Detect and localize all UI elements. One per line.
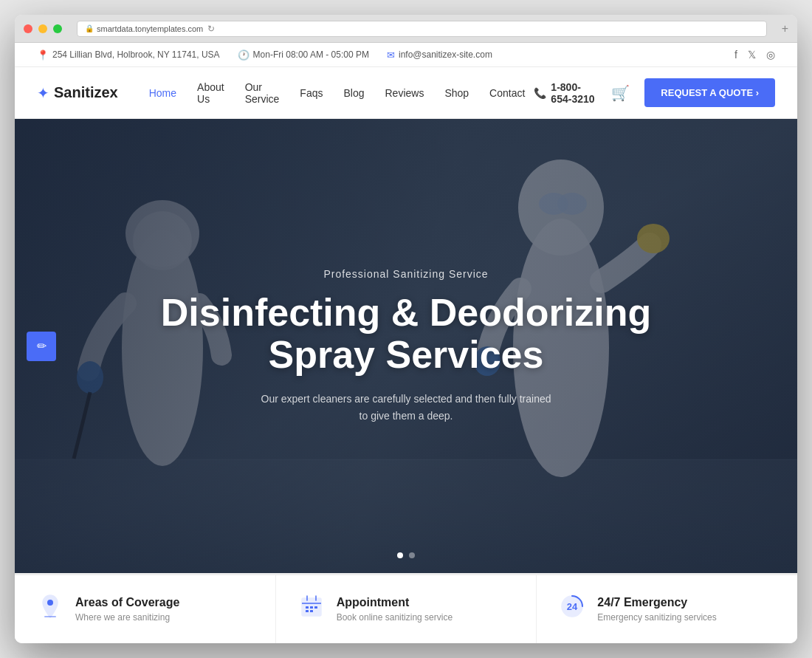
logo-icon: ✦ [37,84,49,102]
maximize-dot[interactable] [53,24,62,33]
email-text: info@sanitizex-site.com [399,49,492,60]
emergency-desc: Emergency sanitizing services [597,612,716,623]
close-dot[interactable] [24,24,32,33]
svg-rect-21 [314,606,317,609]
facebook-icon[interactable]: f [734,49,737,61]
social-links: f 𝕏 ◎ [734,49,775,61]
refresh-icon[interactable]: ↻ [207,24,215,34]
info-card-appointment[interactable]: Appointment Book online sanitizing servi… [276,575,537,643]
hours-item: 🕐 Mon-Fri 08:00 AM - 05:00 PM [238,49,369,61]
browser-titlebar: 🔒 smartdata.tonytemplates.com ↻ + [15,15,797,43]
nav-item-faqs[interactable]: Faqs [291,81,331,105]
edit-button[interactable]: ✏ [27,332,56,361]
url-text: smartdata.tonytemplates.com [97,24,203,33]
nav-item-home[interactable]: Home [140,81,185,105]
nav-item-blog[interactable]: Blog [334,81,373,105]
request-quote-label: REQUEST A QUOTE › [661,87,759,98]
logo[interactable]: ✦ Sanitizex [37,84,118,102]
coverage-icon [37,593,63,626]
nav-menu: Home About Us Our Service Faqs Blog Revi… [140,75,534,111]
phone-number: 1-800-654-3210 [551,81,596,105]
browser-window: 🔒 smartdata.tonytemplates.com ↻ + 📍 254 … [15,15,797,643]
hero-description: Our expert cleaners are carefully select… [258,391,554,424]
navbar: ✦ Sanitizex Home About Us Our Service Fa… [15,67,797,119]
hours-text: Mon-Fri 08:00 AM - 05:00 PM [253,49,369,60]
hero-dots [397,552,415,558]
svg-rect-14 [44,616,56,617]
phone-icon: 📞 [534,87,546,99]
svg-rect-20 [310,606,313,609]
svg-text:24: 24 [567,601,578,612]
appointment-title: Appointment [337,596,453,609]
svg-rect-22 [306,610,309,612]
clock-icon: 🕐 [238,49,250,61]
appointment-desc: Book online sanitizing service [337,612,453,623]
browser-content: 📍 254 Lillian Blvd, Holbrook, NY 11741, … [15,43,797,643]
address-bar[interactable]: 🔒 smartdata.tonytemplates.com ↻ [77,21,767,37]
hero-title: Disinfecting & DeodorizingSpray Services [161,292,651,376]
phone-display: 📞 1-800-654-3210 [534,81,596,105]
nav-item-shop[interactable]: Shop [436,81,478,105]
address-text: 254 Lillian Blvd, Holbrook, NY 11741, US… [52,49,220,60]
nav-item-about[interactable]: About Us [188,75,233,111]
appointment-icon [298,593,325,626]
request-quote-button[interactable]: REQUEST A QUOTE › [644,78,775,107]
cart-button[interactable]: 🛒 [611,84,630,102]
appointment-text: Appointment Book online sanitizing servi… [337,596,453,623]
nav-item-reviews[interactable]: Reviews [376,81,433,105]
svg-rect-23 [310,610,313,612]
logo-text: Sanitizex [54,84,118,101]
hero-dot-1[interactable] [397,552,403,558]
hero-content: Professional Sanitizing Service Disinfec… [15,119,797,573]
emergency-title: 24/7 Emergency [597,596,716,609]
coverage-text: Areas of Coverage Where we are sanitizin… [75,596,179,623]
navbar-right: 📞 1-800-654-3210 🛒 REQUEST A QUOTE › [534,78,775,107]
info-card-emergency[interactable]: 24 24/7 Emergency Emergency sanitizing s… [537,575,797,643]
info-card-coverage[interactable]: Areas of Coverage Where we are sanitizin… [15,575,276,643]
info-cards: Areas of Coverage Where we are sanitizin… [15,573,797,643]
coverage-title: Areas of Coverage [75,596,179,609]
twitter-icon[interactable]: 𝕏 [748,49,756,61]
coverage-desc: Where we are sanitizing [75,612,179,623]
new-tab-button[interactable]: + [782,22,788,35]
nav-item-contact[interactable]: Contact [481,81,534,105]
emergency-icon: 24 [559,593,585,626]
address-item: 📍 254 Lillian Blvd, Holbrook, NY 11741, … [37,49,220,61]
hero-section: ✏ Professional Sanitizing Service Disinf… [15,119,797,573]
emergency-text: 24/7 Emergency Emergency sanitizing serv… [597,596,716,623]
email-icon: ✉ [387,49,395,61]
svg-point-13 [47,600,53,606]
minimize-dot[interactable] [38,24,47,33]
lock-icon: 🔒 [85,24,94,32]
email-item: ✉ info@sanitizex-site.com [387,49,492,61]
svg-rect-19 [306,606,309,609]
hero-subtitle: Professional Sanitizing Service [323,268,488,280]
location-icon: 📍 [37,49,49,61]
instagram-icon[interactable]: ◎ [766,49,775,61]
hero-dot-2[interactable] [409,552,415,558]
nav-item-service[interactable]: Our Service [236,75,289,111]
top-bar: 📍 254 Lillian Blvd, Holbrook, NY 11741, … [15,43,797,67]
